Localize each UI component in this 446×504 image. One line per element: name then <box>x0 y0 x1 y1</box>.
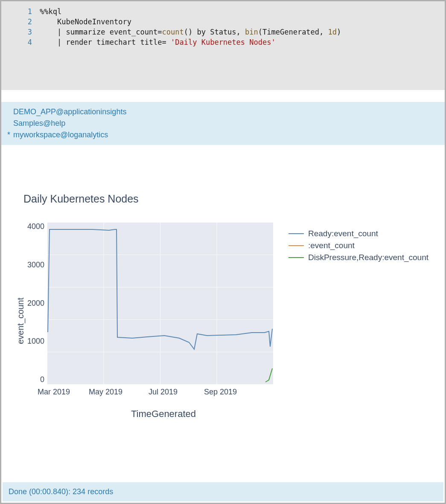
chart-output: Daily Kubernetes Nodes event_count 4000 … <box>1 145 445 428</box>
series-diskpressure <box>265 368 272 382</box>
chart-legend[interactable]: Ready:event_count :event_count DiskPress… <box>289 229 429 265</box>
legend-label: DiskPressure,Ready:event_count <box>308 253 429 262</box>
line-number: 2 <box>1 17 40 27</box>
legend-item[interactable]: Ready:event_count <box>289 229 429 238</box>
line-number: 3 <box>1 27 40 37</box>
status-bar: Done (00:00.840): 234 records <box>3 482 443 501</box>
legend-swatch <box>289 245 304 246</box>
legend-swatch <box>289 257 304 258</box>
series-ready <box>48 229 272 349</box>
code-line: %%kql <box>40 6 61 17</box>
line-number: 1 <box>1 6 40 17</box>
legend-item[interactable]: DiskPressure,Ready:event_count <box>289 253 429 262</box>
connection-item: * myworkspace@loganalytics <box>7 129 437 141</box>
legend-swatch <box>289 233 304 234</box>
legend-label: Ready:event_count <box>308 229 378 238</box>
connection-banner: DEMO_APP@applicationinsights Samples@hel… <box>1 102 445 145</box>
legend-item[interactable]: :event_count <box>289 241 429 250</box>
connection-label: DEMO_APP@applicationinsights <box>13 106 126 118</box>
y-axis-ticks: 4000 3000 2000 1000 0 <box>27 222 47 384</box>
code-cell[interactable]: 1 %%kql 2 KubeNodeInventory 3 | summariz… <box>1 1 445 90</box>
code-line: KubeNodeInventory <box>40 17 131 27</box>
y-axis-label: event_count <box>14 240 27 402</box>
x-axis-ticks: Mar 2019 May 2019 Jul 2019 Sep 2019 <box>50 388 277 397</box>
code-line: | render timechart title= 'Daily Kuberne… <box>40 37 276 47</box>
output-gap <box>1 90 445 102</box>
connection-label: Samples@help <box>13 118 65 129</box>
chart-title: Daily Kubernetes Nodes <box>23 193 432 205</box>
code-line: | summarize event_count=count() by Statu… <box>40 27 341 37</box>
chart-svg <box>47 222 273 384</box>
connection-item: Samples@help <box>7 118 437 129</box>
line-number: 4 <box>1 37 40 47</box>
plot-area[interactable] <box>47 222 273 384</box>
legend-label: :event_count <box>308 241 355 250</box>
connection-label: myworkspace@loganalytics <box>13 129 108 141</box>
connection-item: DEMO_APP@applicationinsights <box>7 106 437 118</box>
status-text: Done (00:00.840): 234 records <box>9 487 113 496</box>
x-axis-label: TimeGenerated <box>50 408 277 420</box>
